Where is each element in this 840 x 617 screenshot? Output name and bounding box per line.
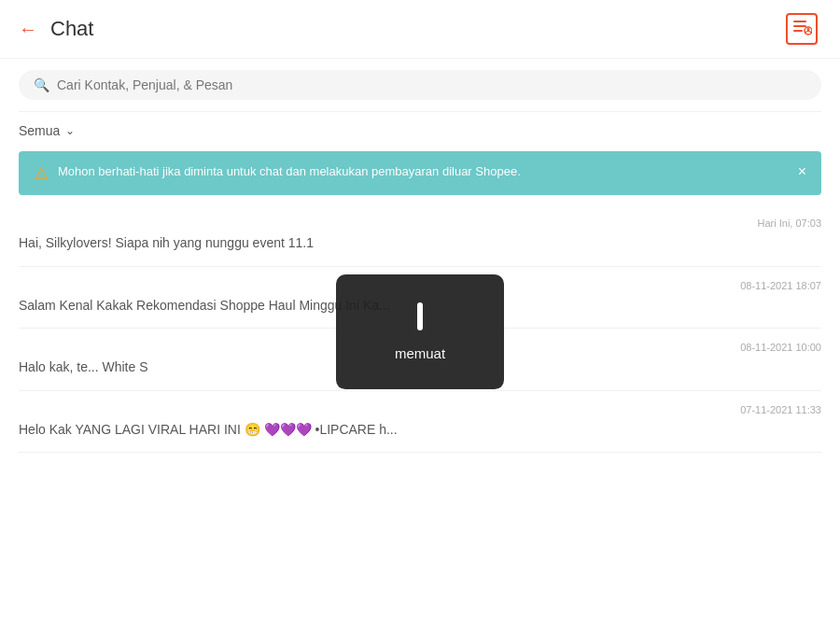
loading-spinner [417,302,423,330]
chat-timestamp: Hari Ini, 07:03 [19,217,821,229]
filter-label[interactable]: Semua [19,123,60,138]
loading-text: memuat [395,345,445,361]
list-item[interactable]: Hari Ini, 07:03 Hai, Silkylovers! Siapa … [19,204,821,267]
chevron-down-icon: ⌄ [65,124,75,137]
header: ← Chat [0,0,840,59]
filter-row: Semua ⌄ [0,112,840,147]
header-left: ← Chat [19,17,93,41]
app-container: ← Chat 🔍 Semua ⌄ ⚠ Mohon berhati-hati [0,0,840,617]
svg-rect-2 [793,30,803,32]
chat-message: Hai, Silkylovers! Siapa nih yang nunggu … [19,234,821,253]
contact-list-icon[interactable] [786,13,818,45]
search-input[interactable] [57,77,806,92]
warning-banner: ⚠ Mohon berhati-hati jika diminta untuk … [19,151,821,195]
chat-list: Hari Ini, 07:03 Hai, Silkylovers! Siapa … [0,204,840,617]
chat-timestamp: 07-11-2021 11:33 [19,404,821,415]
search-box: 🔍 [19,70,821,100]
list-item[interactable]: 07-11-2021 11:33 Helo Kak YANG LAGI VIRA… [19,391,821,454]
svg-rect-1 [793,25,806,27]
warning-icon: ⚠ [34,163,49,184]
svg-point-4 [807,28,810,31]
search-icon: 🔍 [34,77,49,92]
close-icon[interactable]: × [798,163,806,180]
svg-rect-0 [793,21,806,22]
search-container: 🔍 [0,59,840,111]
warning-text: Mohon berhati-hati jika diminta untuk ch… [58,162,789,181]
chat-message: Helo Kak YANG LAGI VIRAL HARI INI 😁 💜💜💜 … [19,421,821,440]
loading-overlay: memuat [336,274,504,389]
back-button[interactable]: ← [19,20,37,38]
page-title: Chat [50,17,93,41]
